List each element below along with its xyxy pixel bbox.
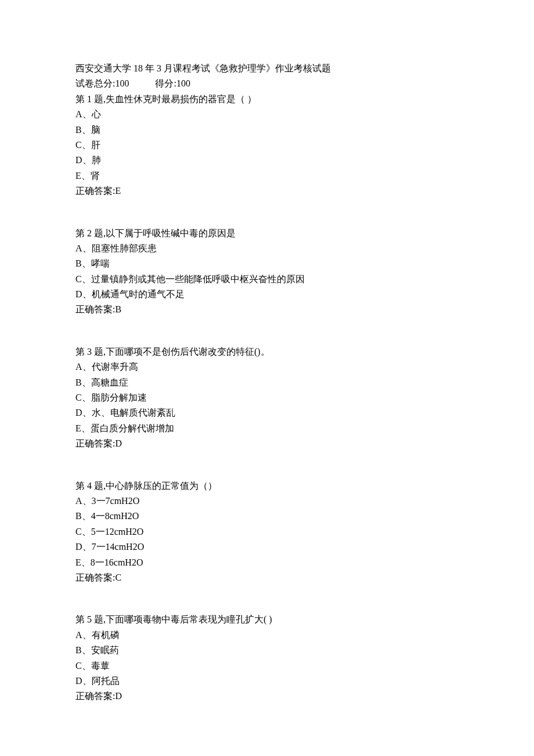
question-answer: 正确答案:B — [75, 302, 459, 317]
question-answer: 正确答案:C — [75, 570, 459, 585]
question-option: D、机械通气时的通气不足 — [75, 287, 459, 302]
document-title: 西安交通大学 18 年 3 月课程考试《急救护理学》作业考核试题 — [75, 61, 459, 76]
question-option: B、脑 — [75, 123, 459, 138]
question-option: A、有机磷 — [75, 628, 459, 643]
question-option: B、哮喘 — [75, 256, 459, 271]
score-obtained: 得分:100 — [155, 76, 190, 91]
question-option: A、代谢率升高 — [75, 359, 459, 375]
question-stem: 第 3 题,下面哪项不是创伤后代谢改变的特征()。 — [75, 344, 459, 359]
document-header: 西安交通大学 18 年 3 月课程考试《急救护理学》作业考核试题 试卷总分:10… — [75, 61, 459, 92]
question-option: C、肝 — [75, 138, 459, 153]
score-line: 试卷总分:100 得分:100 — [75, 76, 459, 91]
question-1: 第 1 题,失血性休克时最易损伤的器官是（ ） A、心 B、脑 C、肝 D、肺 … — [75, 92, 459, 199]
question-option: C、5一12cmH2O — [75, 524, 459, 539]
score-total: 试卷总分:100 — [75, 76, 129, 91]
question-stem: 第 2 题,以下属于呼吸性碱中毒的原因是 — [75, 226, 459, 241]
question-stem: 第 5 题,下面哪项毒物中毒后常表现为瞳孔扩大( ) — [75, 612, 459, 627]
question-answer: 正确答案:D — [75, 436, 459, 451]
question-option: C、毒蕈 — [75, 658, 459, 674]
question-option: E、8一16cmH2O — [75, 555, 459, 570]
question-option: B、安眠药 — [75, 643, 459, 658]
question-stem: 第 1 题,失血性休克时最易损伤的器官是（ ） — [75, 92, 459, 107]
question-answer: 正确答案:E — [75, 183, 459, 199]
question-option: C、脂肪分解加速 — [75, 390, 459, 405]
question-option: B、高糖血症 — [75, 375, 459, 390]
score-gap — [129, 76, 155, 91]
question-option: A、3一7cmH2O — [75, 494, 459, 509]
question-option: E、蛋白质分解代谢增加 — [75, 421, 459, 436]
question-3: 第 3 题,下面哪项不是创伤后代谢改变的特征()。 A、代谢率升高 B、高糖血症… — [75, 344, 459, 452]
question-option: C、过量镇静剂或其他一些能降低呼吸中枢兴奋性的原因 — [75, 272, 459, 287]
question-2: 第 2 题,以下属于呼吸性碱中毒的原因是 A、阻塞性肺部疾患 B、哮喘 C、过量… — [75, 226, 459, 318]
question-option: D、水、电解质代谢紊乱 — [75, 405, 459, 420]
question-option: D、7一14cmH2O — [75, 539, 459, 555]
question-4: 第 4 题,中心静脉压的正常值为（） A、3一7cmH2O B、4一8cmH2O… — [75, 478, 459, 586]
question-option: D、肺 — [75, 153, 459, 168]
question-answer: 正确答案:D — [75, 689, 459, 704]
question-option: E、肾 — [75, 168, 459, 183]
question-5: 第 5 题,下面哪项毒物中毒后常表现为瞳孔扩大( ) A、有机磷 B、安眠药 C… — [75, 612, 459, 704]
question-option: A、阻塞性肺部疾患 — [75, 241, 459, 256]
question-option: A、心 — [75, 107, 459, 122]
question-stem: 第 4 题,中心静脉压的正常值为（） — [75, 478, 459, 494]
question-option: D、阿托品 — [75, 674, 459, 689]
question-option: B、4一8cmH2O — [75, 509, 459, 524]
